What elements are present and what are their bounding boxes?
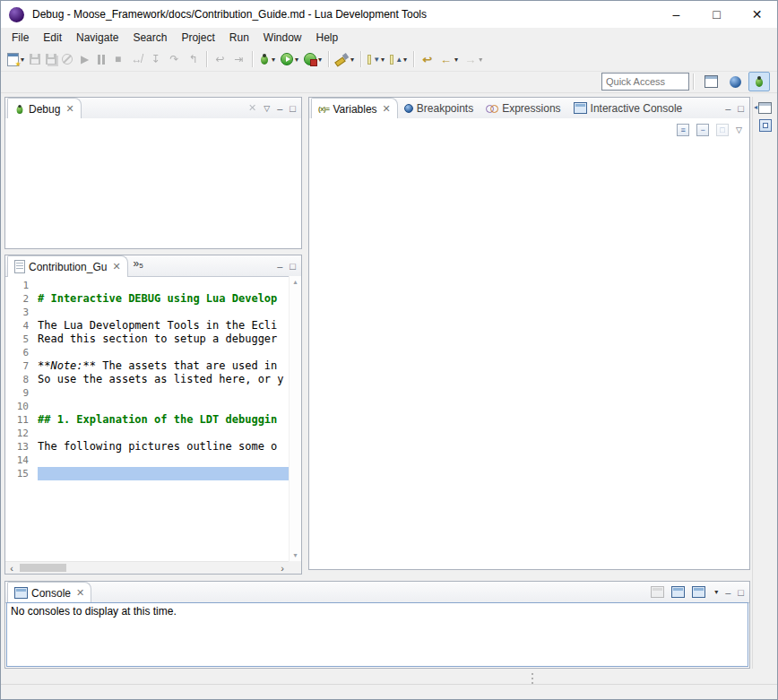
- editor-line[interactable]: 12: [5, 427, 289, 440]
- view-menu-icon[interactable]: ▽: [736, 125, 742, 134]
- tab-breakpoints[interactable]: Breakpoints: [398, 98, 480, 118]
- menu-run[interactable]: Run: [222, 30, 256, 46]
- open-console-icon[interactable]: [671, 586, 685, 598]
- tab-interactive-console[interactable]: Interactive Console: [567, 98, 689, 118]
- minimize-view-icon[interactable]: –: [277, 261, 282, 272]
- tab-contribution-guide[interactable]: Contribution_Gu ✕: [7, 255, 128, 277]
- debug-perspective-button[interactable]: [748, 72, 770, 91]
- console-output[interactable]: No consoles to display at this time.: [6, 602, 748, 667]
- code-area[interactable]: 1 2# Interactive DEBUG using Lua Develop…: [5, 276, 289, 561]
- line-number[interactable]: 13: [5, 440, 38, 454]
- variables-content[interactable]: [309, 141, 749, 569]
- editor-overflow-tabs[interactable]: » 5: [128, 255, 149, 276]
- tab-expressions[interactable]: Expressions: [480, 98, 566, 118]
- line-number[interactable]: 10: [5, 400, 38, 413]
- editor-line[interactable]: 1: [5, 279, 289, 292]
- new-wizard-button[interactable]: ▾: [5, 49, 26, 69]
- scrollbar-track[interactable]: [18, 562, 276, 574]
- menu-window[interactable]: Window: [256, 30, 309, 46]
- line-number[interactable]: 4: [5, 319, 38, 333]
- close-icon[interactable]: ✕: [76, 587, 84, 599]
- editor-line[interactable]: 10: [5, 400, 289, 413]
- debug-view-content[interactable]: [5, 118, 301, 248]
- editor-line-current[interactable]: 15: [5, 467, 289, 480]
- menu-edit[interactable]: Edit: [36, 30, 69, 46]
- editor-line[interactable]: 8So use the assets as listed here, or y: [5, 373, 289, 386]
- horizontal-scrollbar[interactable]: ‹ ›: [5, 561, 289, 574]
- open-perspective-button[interactable]: [700, 72, 722, 91]
- editor-line[interactable]: 5Read this section to setup a debugger: [5, 333, 289, 346]
- maximize-view-icon[interactable]: □: [738, 587, 744, 598]
- line-number[interactable]: 14: [5, 454, 38, 467]
- scroll-right-icon[interactable]: ›: [276, 563, 289, 574]
- tab-debug[interactable]: Debug ✕: [7, 98, 82, 119]
- editor-line[interactable]: 3: [5, 306, 289, 319]
- line-number[interactable]: 6: [5, 346, 38, 359]
- close-button[interactable]: ✕: [737, 1, 777, 28]
- minimize-view-icon[interactable]: –: [725, 587, 730, 598]
- scrollbar-thumb[interactable]: [20, 564, 66, 572]
- tab-variables[interactable]: (x)= Variables ✕: [311, 98, 398, 119]
- line-number[interactable]: 8: [5, 373, 38, 386]
- vertical-scrollbar[interactable]: ▴ ▾: [289, 276, 301, 561]
- maximize-view-icon[interactable]: □: [290, 261, 296, 272]
- chevron-down-icon[interactable]: ▾: [272, 56, 275, 64]
- new-console-icon[interactable]: [692, 586, 705, 598]
- scroll-left-icon[interactable]: ‹: [5, 563, 18, 574]
- line-number[interactable]: 12: [5, 427, 38, 440]
- line-number[interactable]: 9: [5, 386, 38, 400]
- close-icon[interactable]: ✕: [383, 103, 391, 115]
- editor-line[interactable]: 2# Interactive DEBUG using Lua Develop: [5, 292, 289, 306]
- editor-content[interactable]: 1 2# Interactive DEBUG using Lua Develop…: [5, 276, 301, 574]
- tab-console[interactable]: Console ✕: [7, 582, 91, 603]
- sash-handle[interactable]: [532, 673, 534, 684]
- editor-line[interactable]: 4The Lua Development Tools in the Ecli: [5, 319, 289, 333]
- menu-navigate[interactable]: Navigate: [69, 30, 125, 46]
- editor-line[interactable]: 14: [5, 454, 289, 467]
- scroll-up-icon[interactable]: ▴: [293, 278, 297, 286]
- editor-line[interactable]: 6: [5, 346, 289, 359]
- editor-line[interactable]: 13The following pictures outline some o: [5, 440, 289, 454]
- close-icon[interactable]: ✕: [112, 261, 120, 272]
- chevron-down-icon[interactable]: ▾: [350, 56, 354, 64]
- chevron-down-icon[interactable]: ▾: [454, 56, 458, 64]
- quick-access-input[interactable]: [601, 73, 689, 91]
- last-edit-location-button[interactable]: ↩: [419, 49, 436, 69]
- show-logical-structure-icon[interactable]: ≡: [677, 124, 689, 136]
- chevron-down-icon[interactable]: ▾: [295, 56, 298, 64]
- view-menu-icon[interactable]: ▽: [264, 104, 270, 113]
- menu-file[interactable]: File: [4, 30, 36, 46]
- line-number[interactable]: 11: [5, 413, 38, 427]
- run-button[interactable]: ▾: [279, 49, 300, 69]
- chevron-down-icon[interactable]: ▾: [318, 56, 322, 64]
- debug-button[interactable]: ▾: [257, 49, 277, 69]
- title-bar[interactable]: Debug - Moose_Framework/docs/Contributio…: [1, 1, 777, 28]
- close-icon[interactable]: ✕: [65, 103, 73, 115]
- back-button[interactable]: ←▾: [437, 49, 460, 69]
- previous-annotation-button[interactable]: ▾: [388, 49, 409, 69]
- editor-line[interactable]: 11## 1. Explanation of the LDT debuggin: [5, 413, 289, 427]
- external-tools-button[interactable]: ▾: [302, 49, 324, 69]
- scroll-down-icon[interactable]: ▾: [293, 551, 297, 559]
- restore-view-icon[interactable]: [758, 102, 772, 114]
- line-number[interactable]: 15: [5, 467, 38, 480]
- search-button[interactable]: ▾: [333, 49, 356, 69]
- menu-project[interactable]: Project: [174, 30, 221, 46]
- chevron-down-icon[interactable]: ▾: [381, 56, 385, 64]
- menu-search[interactable]: Search: [125, 30, 174, 46]
- menu-help[interactable]: Help: [309, 30, 346, 46]
- maximize-button[interactable]: □: [696, 1, 737, 28]
- collapse-all-icon[interactable]: −: [696, 124, 709, 136]
- line-number[interactable]: 3: [5, 306, 38, 319]
- editor-line[interactable]: 9: [5, 386, 289, 400]
- chevron-down-icon[interactable]: ▾: [714, 588, 718, 596]
- line-number[interactable]: 1: [5, 279, 38, 292]
- chevron-down-icon[interactable]: ▾: [403, 56, 407, 64]
- editor-line[interactable]: 7**Note:** The assets that are used in: [5, 359, 289, 373]
- maximize-view-icon[interactable]: □: [738, 103, 744, 114]
- minimize-view-icon[interactable]: –: [725, 103, 730, 114]
- line-number[interactable]: 5: [5, 333, 38, 346]
- next-annotation-button[interactable]: ▾: [366, 49, 386, 69]
- lua-perspective-button[interactable]: [724, 72, 746, 91]
- line-number[interactable]: 7: [5, 359, 38, 373]
